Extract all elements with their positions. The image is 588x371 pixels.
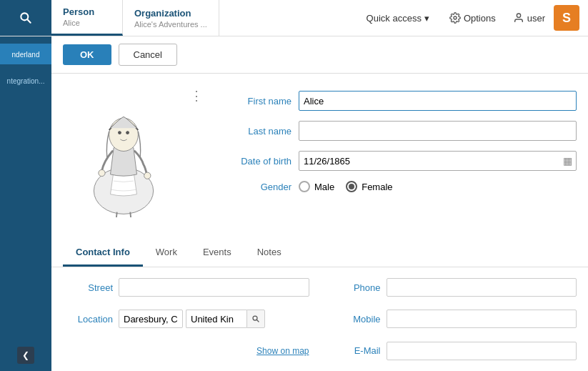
- gender-options: Male Female: [299, 181, 577, 192]
- tab-org-subtitle: Alice's Adventures ...: [134, 20, 207, 29]
- cancel-button[interactable]: Cancel: [119, 44, 177, 66]
- street-input[interactable]: [119, 278, 309, 297]
- location-label: Location: [63, 314, 113, 325]
- last-name-row: Last name: [220, 121, 577, 141]
- tab-events[interactable]: Events: [190, 239, 244, 267]
- location-city-input[interactable]: [119, 310, 183, 328]
- gender-label: Gender: [220, 182, 291, 192]
- app-icon: S: [554, 5, 579, 31]
- location-search-icon: [251, 315, 260, 323]
- person-fields: First name Last name Date of birth ▦ Gen…: [220, 85, 577, 228]
- tab-organization[interactable]: Organization Alice's Adventures ...: [123, 0, 219, 36]
- search-button[interactable]: [0, 0, 51, 36]
- last-name-input[interactable]: [299, 121, 577, 141]
- tab-org-title: Organization: [134, 8, 207, 19]
- location-row: Location: [63, 307, 309, 330]
- mobile-input[interactable]: [387, 310, 577, 328]
- sidebar-item-integration[interactable]: ntegration...: [0, 70, 51, 91]
- gear-icon: [449, 12, 461, 24]
- first-name-row: First name: [220, 91, 577, 111]
- location-inputs: [119, 310, 309, 328]
- phone-input[interactable]: [387, 278, 577, 297]
- tab-contact-info[interactable]: Contact Info: [63, 239, 143, 267]
- sidebar-collapse-button[interactable]: ❮: [17, 347, 34, 364]
- street-row: Street: [63, 276, 309, 299]
- first-name-input[interactable]: [299, 91, 577, 111]
- tab-person-subtitle: Alice: [63, 19, 111, 27]
- svg-point-2: [454, 16, 457, 19]
- sidebar-item-wonderland[interactable]: nderland: [0, 44, 51, 64]
- female-label: Female: [362, 182, 392, 192]
- location-country-input[interactable]: [186, 310, 246, 328]
- person-form: ⋮: [51, 74, 588, 239]
- calendar-icon[interactable]: ▦: [563, 155, 572, 167]
- ok-button[interactable]: OK: [63, 44, 111, 65]
- svg-point-9: [144, 172, 151, 179]
- gender-female-option[interactable]: Female: [346, 181, 392, 192]
- tabs-bar: Contact Info Work Events Notes: [51, 239, 588, 267]
- person-image-area: ⋮: [63, 85, 206, 228]
- svg-line-13: [256, 320, 259, 322]
- contact-info-section: Street Location Show on map: [51, 267, 588, 371]
- user-label: user: [527, 13, 545, 24]
- email-input[interactable]: [387, 342, 577, 360]
- quick-access-button[interactable]: Quick access ▾: [358, 9, 438, 28]
- tab-person[interactable]: Person Alice: [51, 0, 123, 36]
- tab-work[interactable]: Work: [143, 239, 190, 267]
- last-name-label: Last name: [220, 126, 291, 137]
- quick-access-label: Quick access: [367, 13, 422, 24]
- user-icon: [513, 12, 524, 24]
- show-on-map-row: Show on map: [63, 340, 309, 362]
- svg-point-7: [126, 132, 129, 134]
- dob-row: Date of birth ▦: [220, 151, 577, 171]
- chevron-down-icon: ▾: [424, 13, 429, 24]
- first-name-label: First name: [220, 96, 291, 107]
- chevron-left-icon: ❮: [22, 350, 29, 360]
- gender-male-option[interactable]: Male: [299, 181, 334, 192]
- svg-line-1: [27, 19, 31, 23]
- svg-point-3: [517, 14, 520, 17]
- sidebar-item-wonderland-label: nderland: [3, 51, 49, 59]
- dob-input-wrap: ▦: [299, 151, 577, 171]
- dob-label: Date of birth: [220, 156, 291, 167]
- female-radio-dot: [349, 184, 354, 189]
- male-label: Male: [314, 182, 334, 192]
- email-row: E-Mail: [331, 340, 577, 362]
- mobile-row: Mobile: [331, 307, 577, 330]
- svg-point-6: [119, 132, 121, 134]
- user-button[interactable]: user: [507, 8, 551, 28]
- email-label: E-Mail: [331, 345, 381, 356]
- options-button[interactable]: Options: [441, 8, 504, 28]
- street-label: Street: [63, 282, 113, 293]
- options-label: Options: [464, 13, 496, 24]
- sidebar-item-integration-label: ntegration...: [3, 77, 49, 85]
- svg-point-8: [99, 169, 105, 176]
- more-options-button[interactable]: ⋮: [187, 85, 206, 107]
- mobile-label: Mobile: [331, 314, 381, 325]
- female-radio[interactable]: [346, 181, 357, 192]
- show-on-map-link[interactable]: Show on map: [256, 346, 309, 356]
- dob-input[interactable]: [299, 151, 577, 171]
- phone-label: Phone: [331, 282, 381, 293]
- gender-row: Gender Male Female: [220, 181, 577, 192]
- male-radio[interactable]: [299, 181, 310, 192]
- action-bar: OK Cancel: [51, 36, 588, 74]
- tab-notes[interactable]: Notes: [244, 239, 294, 267]
- tab-person-title: Person: [63, 6, 111, 17]
- phone-row: Phone: [331, 276, 577, 299]
- sidebar: nderland ntegration... ❮: [0, 36, 51, 371]
- search-icon: [19, 11, 33, 25]
- content-area: OK Cancel ⋮: [51, 36, 588, 371]
- location-search-button[interactable]: [246, 310, 265, 328]
- person-image: [63, 85, 184, 217]
